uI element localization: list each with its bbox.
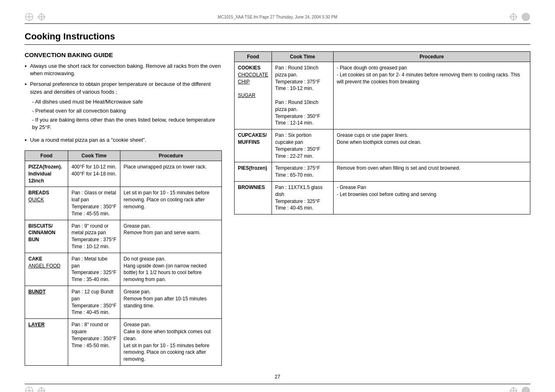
cook-time-layer: Pan : 8" round or squareTemperature : 35… bbox=[68, 319, 120, 366]
table-row: COOKIES CHOCOLATE CHIP SUGAR Pan : Round… bbox=[235, 62, 530, 129]
right-section: Food Cook Time Procedure COOKIES CHOCOLA… bbox=[234, 51, 530, 366]
table-row: LAYER Pan : 8" round or squareTemperatur… bbox=[25, 319, 222, 366]
bottom-right-filled-circle-icon bbox=[521, 386, 530, 392]
food-cell-cake: CAKE ANGEL FOOD bbox=[25, 253, 68, 286]
food-cell-biscuits: BISCUITS/CINNAMON BUN bbox=[25, 220, 68, 253]
table-row: BUNDT Pan : 12 cup Bundt panTemperature … bbox=[25, 286, 222, 319]
cook-time-cake: Pan : Metal tube panTemperature : 325°FT… bbox=[68, 253, 120, 286]
bullet-2-sublist: All dishes used must be Heat/Microwave s… bbox=[32, 98, 222, 131]
section-title: CONVECTION BAKING GUIDE bbox=[25, 51, 222, 58]
procedure-layer: Grease pan.Cake is done when toothpick c… bbox=[120, 319, 221, 366]
bullet-2-text: Personal preference to obtain proper tem… bbox=[30, 81, 211, 95]
table-row: BROWNIES Pan : 11X7X1.5 glass dish Tempe… bbox=[235, 181, 530, 214]
intro-bullets: Always use the short rack for convection… bbox=[25, 62, 222, 144]
sub-item-3: If you are baking items other than the o… bbox=[32, 116, 222, 131]
svg-point-19 bbox=[522, 387, 530, 392]
left-th-procedure: Procedure bbox=[120, 151, 221, 161]
food-cell-cupcakes: CUPCAKES/MUFFINS bbox=[235, 129, 272, 162]
table-row: CAKE ANGEL FOOD Pan : Metal tube panTemp… bbox=[25, 253, 222, 286]
bottom-bar bbox=[25, 384, 530, 392]
food-cell-bundt: BUNDT bbox=[25, 286, 68, 319]
right-th-procedure: Procedure bbox=[333, 52, 530, 62]
procedure-brownies: - Grease Pan - Let brownies cool before … bbox=[333, 181, 530, 214]
food-cell-pizza: PIZZA(frozen).Individual 12inch bbox=[25, 161, 68, 187]
food-cell-brownies: BROWNIES bbox=[235, 181, 272, 214]
top-left-circle-icon bbox=[25, 12, 34, 21]
cook-time-pies: Temperature : 375°F Time : 65-70 min. bbox=[272, 162, 333, 182]
procedure-cupcakes: Grease cups or use paper liners. Done wh… bbox=[333, 129, 530, 162]
bullet-2: Personal preference to obtain proper tem… bbox=[25, 81, 222, 133]
bottom-left-circle-icon bbox=[25, 386, 34, 392]
procedure-breads: Let sit in pan for 10 - 15 minutes befor… bbox=[120, 187, 221, 220]
right-th-cook-time: Cook Time bbox=[272, 52, 333, 62]
svg-point-9 bbox=[522, 13, 530, 21]
content-wrapper: CONVECTION BAKING GUIDE Always use the s… bbox=[25, 51, 530, 366]
food-cell-breads: BREADS QUICK bbox=[25, 187, 68, 220]
right-th-food: Food bbox=[235, 52, 272, 62]
procedure-cake: Do not grease pan.Hang upside down (on n… bbox=[120, 253, 221, 286]
page-title: Cooking Instructions bbox=[25, 31, 530, 45]
food-cell-layer: LAYER bbox=[25, 319, 68, 366]
food-cell-cookies: COOKIES CHOCOLATE CHIP SUGAR bbox=[235, 62, 272, 129]
header-file-info: MC1015_XAA TSE.fm Page 27 Thursday, June… bbox=[218, 15, 337, 19]
bullet-3-text: Use a round metal pizza pan as a "cookie… bbox=[30, 136, 146, 144]
top-left-crosshair-icon bbox=[37, 12, 46, 21]
cook-time-cupcakes: Pan : Six portion cupcake pan Temperatur… bbox=[272, 129, 333, 162]
procedure-biscuits: Grease pan.Remove from pan and serve war… bbox=[120, 220, 221, 253]
left-baking-table: Food Cook Time Procedure PIZZA(frozen).I… bbox=[25, 150, 222, 366]
right-table-header-row: Food Cook Time Procedure bbox=[235, 52, 530, 62]
food-cell-pies: PIES(frozen) bbox=[235, 162, 272, 182]
page-number: 27 bbox=[25, 374, 530, 380]
procedure-pies: Remove from oven when filling is set and… bbox=[333, 162, 530, 182]
cook-time-biscuits: Pan : 9" round or metal pizza panTempera… bbox=[68, 220, 120, 253]
cook-time-pizza: 400°F for 10-12 min.400°F for 14-18 min. bbox=[68, 161, 120, 187]
bullet-1: Always use the short rack for convection… bbox=[25, 62, 222, 77]
bottom-left-crosshair-icon bbox=[37, 386, 46, 392]
table-row: BISCUITS/CINNAMON BUN Pan : 9" round or … bbox=[25, 220, 222, 253]
procedure-cookies: - Place dough onto greased pan - Let coo… bbox=[333, 62, 530, 129]
table-row: BREADS QUICK Pan : Glass or metal loaf p… bbox=[25, 187, 222, 220]
bullet-1-text: Always use the short rack for convection… bbox=[30, 62, 222, 77]
sub-item-1: All dishes used must be Heat/Microwave s… bbox=[32, 98, 222, 106]
table-row: PIES(frozen) Temperature : 375°F Time : … bbox=[235, 162, 530, 182]
cook-time-breads: Pan : Glass or metal loaf panTemperature… bbox=[68, 187, 120, 220]
cook-time-brownies: Pan : 11X7X1.5 glass dish Temperature : … bbox=[272, 181, 333, 214]
cook-time-cookies: Pan : Round 10inch pizza pan. Temperatur… bbox=[272, 62, 333, 129]
left-table-header-row: Food Cook Time Procedure bbox=[25, 151, 222, 161]
table-row: CUPCAKES/MUFFINS Pan : Six portion cupca… bbox=[235, 129, 530, 162]
sub-item-2: Preheat oven for all convection baking bbox=[32, 107, 222, 115]
left-th-cook-time: Cook Time bbox=[68, 151, 120, 161]
left-section: CONVECTION BAKING GUIDE Always use the s… bbox=[25, 51, 222, 366]
left-th-food: Food bbox=[25, 151, 68, 161]
table-row: PIZZA(frozen).Individual 12inch 400°F fo… bbox=[25, 161, 222, 187]
page-header: MC1015_XAA TSE.fm Page 27 Thursday, June… bbox=[25, 12, 530, 21]
top-right-crosshair-icon bbox=[509, 12, 518, 21]
procedure-pizza: Place unwrapped pizza on lower rack. bbox=[120, 161, 221, 187]
bullet-3: Use a round metal pizza pan as a "cookie… bbox=[25, 136, 222, 145]
cook-time-bundt: Pan : 12 cup Bundt panTemperature : 350°… bbox=[68, 286, 120, 319]
procedure-bundt: Grease pan.Remove from pan after 10-15 m… bbox=[120, 286, 221, 319]
bottom-right-crosshair-icon bbox=[509, 386, 518, 392]
right-baking-table: Food Cook Time Procedure COOKIES CHOCOLA… bbox=[234, 51, 530, 214]
top-right-filled-circle-icon bbox=[521, 12, 530, 21]
